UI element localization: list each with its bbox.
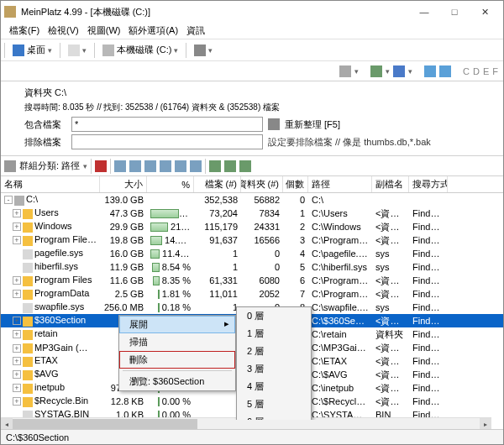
group-label[interactable]: 群組分類: 路徑 — [19, 160, 80, 172]
desktop-dropdown[interactable]: 桌面▾ — [10, 42, 55, 58]
ctx-level-item[interactable]: 6 層 — [237, 413, 311, 420]
file-table: 名稱 大小 % 檔案 (#) 資料夾 (#) 個數 路徑 副檔名 搜尋方式 -C… — [1, 176, 503, 420]
maximize-button[interactable]: □ — [439, 3, 470, 21]
table-row[interactable]: pagefile.sys16.0 GB 11.48 %104C:\pagefil… — [1, 247, 503, 260]
folder-icon — [23, 343, 33, 353]
export-icon[interactable] — [370, 65, 382, 77]
search-summary: 搜尋時間: 8.035 秒 // 找到: 352538 / (61764) 資料… — [24, 102, 496, 113]
clipboard-icon[interactable] — [439, 65, 451, 77]
tool-icon-7[interactable] — [209, 160, 221, 172]
refresh-button[interactable]: 重新整理 [F5] — [285, 118, 340, 131]
col-percent[interactable]: % — [147, 176, 194, 192]
expand-icon[interactable]: + — [13, 290, 21, 298]
folder-icon — [23, 357, 33, 367]
close-button[interactable]: ✕ — [470, 3, 500, 21]
tool-icon-5[interactable] — [175, 160, 186, 172]
col-ext[interactable]: 副檔名 — [372, 176, 409, 192]
folder-icon — [23, 276, 33, 286]
col-size[interactable]: 大小 — [100, 176, 147, 192]
ctx-browse[interactable]: 瀏覽: $360Section — [119, 373, 235, 390]
expand-icon[interactable]: + — [13, 222, 21, 231]
expand-icon[interactable]: + — [13, 276, 21, 285]
col-dirs[interactable]: 資料夾 (#) — [241, 176, 283, 192]
expand-icon[interactable]: + — [13, 209, 21, 217]
scroll-right-icon[interactable]: ▸ — [480, 418, 491, 430]
tool-icon-8[interactable] — [224, 160, 236, 172]
context-menu: 展開▸ 掃描 刪除 瀏覽: $360Section — [118, 315, 236, 391]
tool-icon-2[interactable] — [129, 160, 141, 172]
ctx-level-item[interactable]: 3 層 — [237, 360, 311, 378]
letter-d-icon[interactable]: D — [473, 66, 480, 76]
table-row[interactable]: +Program Files11.6 GB 8.35 %61,33160806C… — [1, 274, 503, 287]
col-name[interactable]: 名稱 — [1, 176, 100, 192]
tool-icon-6[interactable] — [190, 160, 202, 172]
scroll-left-icon[interactable]: ◂ — [1, 418, 13, 430]
expand-icon[interactable]: + — [13, 330, 21, 338]
ctx-level-item[interactable]: 5 層 — [237, 395, 311, 413]
copy-icon[interactable] — [424, 65, 436, 77]
address-toolbar: 桌面▾ ▾ 本機磁碟 (C:)▾ ▾ — [1, 39, 503, 61]
folder-icon — [23, 384, 33, 394]
root-row[interactable]: -C:\ 139.0 GB 352,538 56882 0 C:\ — [1, 193, 503, 207]
group-toolbar: 群組分類: 路徑 ▾ — [1, 156, 503, 176]
table-row[interactable]: +Windows29.9 GB 21.48 %115,179243312C:\W… — [1, 220, 503, 233]
expand-icon[interactable]: + — [13, 236, 21, 244]
table-row[interactable]: hiberfil.sys11.9 GB 8.54 %105C:\hiberfil… — [1, 260, 503, 274]
status-bar: C:\$360Section — [1, 429, 503, 444]
title-bar: MeinPlatz 4.99 - [本機磁碟 (C:)] — □ ✕ — [1, 1, 503, 23]
drive-dropdown[interactable]: 本機磁碟 (C:)▾ — [100, 42, 181, 58]
tool-btn[interactable]: ▾ — [66, 43, 89, 58]
table-row[interactable]: +Program Files (x8...19.8 GB 14.18 %91,6… — [1, 233, 503, 247]
submenu-arrow-icon: ▸ — [224, 318, 229, 329]
tool-icon-3[interactable] — [144, 160, 156, 172]
ctx-scan[interactable]: 掃描 — [119, 333, 235, 351]
group-icon[interactable] — [4, 160, 16, 172]
col-files[interactable]: 檔案 (#) — [194, 176, 241, 192]
menu-view[interactable]: 檢視(V) — [45, 23, 82, 39]
table-header: 名稱 大小 % 檔案 (#) 資料夾 (#) 個數 路徑 副檔名 搜尋方式 — [1, 176, 503, 193]
exclude-input[interactable] — [71, 134, 263, 149]
letter-c-icon[interactable]: C — [463, 66, 470, 76]
drive-icon — [102, 44, 114, 56]
menu-extra[interactable]: 額外選項(A) — [125, 23, 181, 39]
menu-file[interactable]: 檔案(F) — [6, 23, 43, 39]
print-icon[interactable] — [339, 65, 351, 77]
expand-icon[interactable]: + — [13, 357, 21, 365]
refresh-icon[interactable] — [268, 118, 280, 130]
expand-icon[interactable]: + — [13, 384, 21, 392]
letter-e-icon[interactable]: E — [483, 66, 489, 76]
scrollbar-thumb[interactable] — [13, 419, 197, 429]
include-input[interactable] — [71, 117, 263, 132]
ctx-level-item[interactable]: 2 層 — [237, 343, 311, 360]
tool-icon[interactable] — [114, 160, 126, 172]
ctx-level-item[interactable]: 1 層 — [237, 325, 311, 343]
folder-icon — [23, 290, 33, 300]
collapse-icon[interactable]: - — [4, 196, 13, 204]
save-icon[interactable] — [393, 65, 405, 77]
col-method[interactable]: 搜尋方式 — [409, 176, 448, 192]
tool-icon-9[interactable] — [239, 160, 251, 172]
table-row[interactable]: +ProgramData2.5 GB 1.81 %11,01120527C:\P… — [1, 287, 503, 301]
folder-icon — [23, 397, 33, 407]
menu-info[interactable]: 資訊 — [183, 23, 208, 39]
expand-icon[interactable]: + — [13, 397, 21, 406]
col-count[interactable]: 個數 — [283, 176, 308, 192]
letter-f-icon[interactable]: F — [492, 66, 498, 76]
minimize-button[interactable]: — — [409, 3, 439, 21]
ctx-expand[interactable]: 展開▸ — [119, 316, 235, 333]
tool-btn-2[interactable]: ▾ — [192, 43, 215, 58]
expand-icon[interactable]: + — [13, 317, 21, 325]
col-path[interactable]: 路徑 — [308, 176, 372, 192]
ctx-delete[interactable]: 刪除 — [119, 351, 235, 369]
table-row[interactable]: +Users47.3 GB 33.97 %73,20478341C:\Users… — [1, 207, 503, 220]
ctx-level-item[interactable]: 4 層 — [237, 378, 311, 395]
desktop-icon — [13, 44, 24, 56]
tool-icon-4[interactable] — [160, 160, 171, 172]
folder-icon — [23, 236, 33, 246]
menu-viewmode[interactable]: 視圖(W) — [84, 23, 124, 39]
expand-icon[interactable]: + — [13, 370, 21, 379]
ctx-level-item[interactable]: 0 層 — [237, 307, 311, 325]
delete-icon[interactable] — [95, 160, 107, 172]
expand-icon[interactable]: + — [13, 344, 21, 353]
folder-icon — [23, 317, 33, 327]
